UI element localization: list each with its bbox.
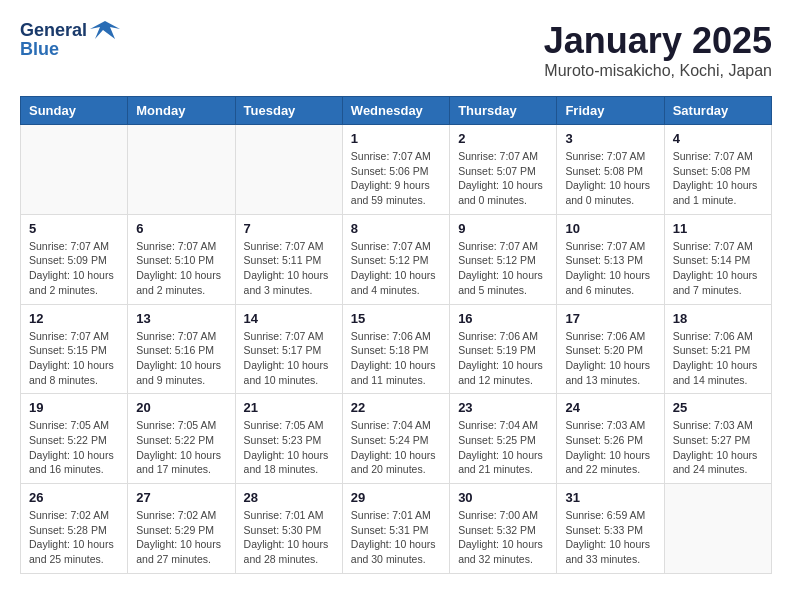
day-number: 6 bbox=[136, 221, 226, 236]
day-info: Sunrise: 7:03 AMSunset: 5:27 PMDaylight:… bbox=[673, 418, 763, 477]
day-info: Sunrise: 7:06 AMSunset: 5:18 PMDaylight:… bbox=[351, 329, 441, 388]
calendar-cell: 24Sunrise: 7:03 AMSunset: 5:26 PMDayligh… bbox=[557, 394, 664, 484]
day-number: 24 bbox=[565, 400, 655, 415]
day-number: 31 bbox=[565, 490, 655, 505]
day-number: 3 bbox=[565, 131, 655, 146]
week-row-5: 26Sunrise: 7:02 AMSunset: 5:28 PMDayligh… bbox=[21, 484, 772, 574]
day-info: Sunrise: 7:06 AMSunset: 5:20 PMDaylight:… bbox=[565, 329, 655, 388]
calendar-cell: 22Sunrise: 7:04 AMSunset: 5:24 PMDayligh… bbox=[342, 394, 449, 484]
day-info: Sunrise: 7:07 AMSunset: 5:13 PMDaylight:… bbox=[565, 239, 655, 298]
day-number: 10 bbox=[565, 221, 655, 236]
weekday-header-row: SundayMondayTuesdayWednesdayThursdayFrid… bbox=[21, 97, 772, 125]
day-info: Sunrise: 7:07 AMSunset: 5:17 PMDaylight:… bbox=[244, 329, 334, 388]
day-info: Sunrise: 7:07 AMSunset: 5:09 PMDaylight:… bbox=[29, 239, 119, 298]
svg-marker-0 bbox=[90, 21, 120, 39]
day-number: 12 bbox=[29, 311, 119, 326]
day-number: 29 bbox=[351, 490, 441, 505]
day-number: 8 bbox=[351, 221, 441, 236]
day-info: Sunrise: 7:02 AMSunset: 5:28 PMDaylight:… bbox=[29, 508, 119, 567]
day-info: Sunrise: 7:07 AMSunset: 5:15 PMDaylight:… bbox=[29, 329, 119, 388]
day-number: 1 bbox=[351, 131, 441, 146]
day-number: 30 bbox=[458, 490, 548, 505]
logo-general-text: General bbox=[20, 20, 87, 41]
day-number: 18 bbox=[673, 311, 763, 326]
logo: General Blue bbox=[20, 20, 120, 60]
week-row-4: 19Sunrise: 7:05 AMSunset: 5:22 PMDayligh… bbox=[21, 394, 772, 484]
calendar-cell: 1Sunrise: 7:07 AMSunset: 5:06 PMDaylight… bbox=[342, 125, 449, 215]
calendar-cell: 28Sunrise: 7:01 AMSunset: 5:30 PMDayligh… bbox=[235, 484, 342, 574]
day-info: Sunrise: 7:07 AMSunset: 5:16 PMDaylight:… bbox=[136, 329, 226, 388]
day-number: 28 bbox=[244, 490, 334, 505]
day-number: 23 bbox=[458, 400, 548, 415]
day-info: Sunrise: 7:01 AMSunset: 5:31 PMDaylight:… bbox=[351, 508, 441, 567]
calendar-cell bbox=[664, 484, 771, 574]
calendar-cell: 9Sunrise: 7:07 AMSunset: 5:12 PMDaylight… bbox=[450, 214, 557, 304]
calendar-cell: 12Sunrise: 7:07 AMSunset: 5:15 PMDayligh… bbox=[21, 304, 128, 394]
calendar-cell: 31Sunrise: 6:59 AMSunset: 5:33 PMDayligh… bbox=[557, 484, 664, 574]
day-info: Sunrise: 7:07 AMSunset: 5:08 PMDaylight:… bbox=[565, 149, 655, 208]
weekday-saturday: Saturday bbox=[664, 97, 771, 125]
day-number: 4 bbox=[673, 131, 763, 146]
day-info: Sunrise: 7:07 AMSunset: 5:06 PMDaylight:… bbox=[351, 149, 441, 208]
logo-container: General Blue bbox=[20, 20, 120, 60]
weekday-friday: Friday bbox=[557, 97, 664, 125]
day-info: Sunrise: 7:01 AMSunset: 5:30 PMDaylight:… bbox=[244, 508, 334, 567]
calendar-cell: 15Sunrise: 7:06 AMSunset: 5:18 PMDayligh… bbox=[342, 304, 449, 394]
calendar-cell: 11Sunrise: 7:07 AMSunset: 5:14 PMDayligh… bbox=[664, 214, 771, 304]
day-info: Sunrise: 7:07 AMSunset: 5:12 PMDaylight:… bbox=[458, 239, 548, 298]
day-info: Sunrise: 6:59 AMSunset: 5:33 PMDaylight:… bbox=[565, 508, 655, 567]
day-info: Sunrise: 7:02 AMSunset: 5:29 PMDaylight:… bbox=[136, 508, 226, 567]
day-info: Sunrise: 7:07 AMSunset: 5:07 PMDaylight:… bbox=[458, 149, 548, 208]
calendar-cell: 18Sunrise: 7:06 AMSunset: 5:21 PMDayligh… bbox=[664, 304, 771, 394]
calendar-cell: 16Sunrise: 7:06 AMSunset: 5:19 PMDayligh… bbox=[450, 304, 557, 394]
calendar-title: January 2025 bbox=[544, 20, 772, 62]
weekday-thursday: Thursday bbox=[450, 97, 557, 125]
day-number: 20 bbox=[136, 400, 226, 415]
calendar-cell bbox=[21, 125, 128, 215]
day-number: 7 bbox=[244, 221, 334, 236]
day-info: Sunrise: 7:04 AMSunset: 5:24 PMDaylight:… bbox=[351, 418, 441, 477]
day-number: 27 bbox=[136, 490, 226, 505]
day-number: 5 bbox=[29, 221, 119, 236]
logo-blue-text: Blue bbox=[20, 39, 120, 60]
day-number: 21 bbox=[244, 400, 334, 415]
calendar-table: SundayMondayTuesdayWednesdayThursdayFrid… bbox=[20, 96, 772, 574]
header: General Blue January 2025 Muroto-misakic… bbox=[20, 20, 772, 80]
calendar-cell: 10Sunrise: 7:07 AMSunset: 5:13 PMDayligh… bbox=[557, 214, 664, 304]
day-info: Sunrise: 7:05 AMSunset: 5:22 PMDaylight:… bbox=[136, 418, 226, 477]
calendar-cell: 29Sunrise: 7:01 AMSunset: 5:31 PMDayligh… bbox=[342, 484, 449, 574]
day-info: Sunrise: 7:06 AMSunset: 5:19 PMDaylight:… bbox=[458, 329, 548, 388]
day-number: 14 bbox=[244, 311, 334, 326]
calendar-cell: 8Sunrise: 7:07 AMSunset: 5:12 PMDaylight… bbox=[342, 214, 449, 304]
calendar-cell: 14Sunrise: 7:07 AMSunset: 5:17 PMDayligh… bbox=[235, 304, 342, 394]
calendar-cell: 17Sunrise: 7:06 AMSunset: 5:20 PMDayligh… bbox=[557, 304, 664, 394]
week-row-1: 1Sunrise: 7:07 AMSunset: 5:06 PMDaylight… bbox=[21, 125, 772, 215]
calendar-cell: 5Sunrise: 7:07 AMSunset: 5:09 PMDaylight… bbox=[21, 214, 128, 304]
day-info: Sunrise: 7:04 AMSunset: 5:25 PMDaylight:… bbox=[458, 418, 548, 477]
calendar-cell: 23Sunrise: 7:04 AMSunset: 5:25 PMDayligh… bbox=[450, 394, 557, 484]
calendar-cell: 26Sunrise: 7:02 AMSunset: 5:28 PMDayligh… bbox=[21, 484, 128, 574]
weekday-sunday: Sunday bbox=[21, 97, 128, 125]
day-info: Sunrise: 7:06 AMSunset: 5:21 PMDaylight:… bbox=[673, 329, 763, 388]
weekday-tuesday: Tuesday bbox=[235, 97, 342, 125]
day-info: Sunrise: 7:03 AMSunset: 5:26 PMDaylight:… bbox=[565, 418, 655, 477]
day-number: 13 bbox=[136, 311, 226, 326]
day-info: Sunrise: 7:07 AMSunset: 5:12 PMDaylight:… bbox=[351, 239, 441, 298]
day-info: Sunrise: 7:07 AMSunset: 5:10 PMDaylight:… bbox=[136, 239, 226, 298]
week-row-2: 5Sunrise: 7:07 AMSunset: 5:09 PMDaylight… bbox=[21, 214, 772, 304]
day-number: 16 bbox=[458, 311, 548, 326]
logo-bird-icon bbox=[90, 21, 120, 41]
day-number: 25 bbox=[673, 400, 763, 415]
calendar-cell: 6Sunrise: 7:07 AMSunset: 5:10 PMDaylight… bbox=[128, 214, 235, 304]
calendar-cell: 13Sunrise: 7:07 AMSunset: 5:16 PMDayligh… bbox=[128, 304, 235, 394]
calendar-cell: 20Sunrise: 7:05 AMSunset: 5:22 PMDayligh… bbox=[128, 394, 235, 484]
day-number: 15 bbox=[351, 311, 441, 326]
day-number: 17 bbox=[565, 311, 655, 326]
calendar-cell bbox=[128, 125, 235, 215]
weekday-wednesday: Wednesday bbox=[342, 97, 449, 125]
weekday-monday: Monday bbox=[128, 97, 235, 125]
day-info: Sunrise: 7:07 AMSunset: 5:08 PMDaylight:… bbox=[673, 149, 763, 208]
day-number: 9 bbox=[458, 221, 548, 236]
day-info: Sunrise: 7:05 AMSunset: 5:22 PMDaylight:… bbox=[29, 418, 119, 477]
calendar-cell: 30Sunrise: 7:00 AMSunset: 5:32 PMDayligh… bbox=[450, 484, 557, 574]
